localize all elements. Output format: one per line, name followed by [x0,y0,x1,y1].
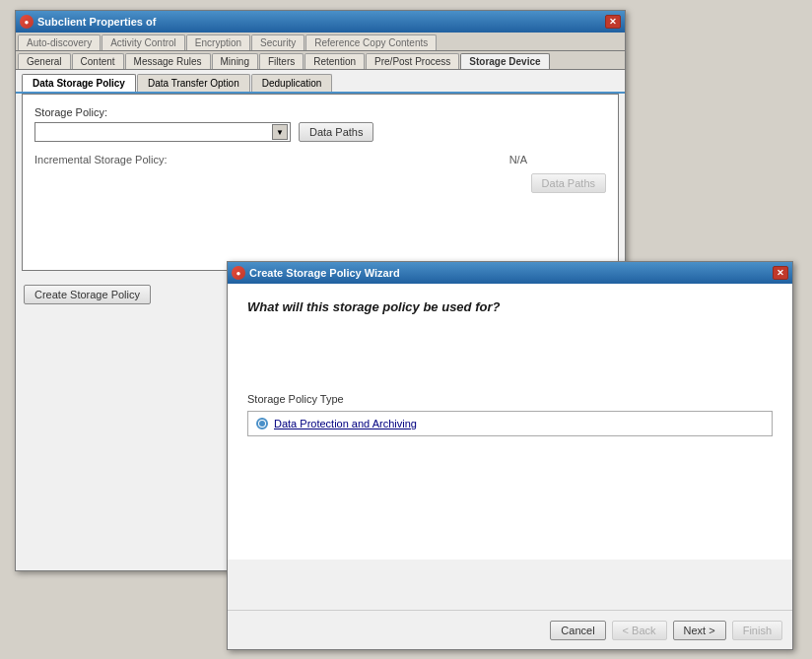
tab-activity-control[interactable]: Activity Control [102,34,185,50]
incremental-storage-policy-row: Incremental Storage Policy: N/A [34,154,606,165]
tab-pre-post-process[interactable]: Pre/Post Process [366,53,459,69]
tab-reference-copy[interactable]: Reference Copy Contents [305,34,437,50]
wizard-footer: Cancel < Back Next > Finish [228,610,792,649]
wizard-app-icon: ● [232,266,245,280]
data-storage-policy-tab-content: Storage Policy: ▼ Data Paths Incremental… [22,94,619,271]
main-close-button[interactable]: ✕ [605,15,621,29]
dropdown-arrow-icon[interactable]: ▼ [272,124,288,140]
tab-filters[interactable]: Filters [259,53,304,69]
top-tab-strip-1: Auto-discovery Activity Control Encrypti… [16,33,625,51]
incremental-na-value: N/A [509,154,527,165]
tab-content[interactable]: Content [72,53,124,69]
wizard-close-button[interactable]: ✕ [773,266,788,280]
title-left: ● Subclient Properties of [20,15,156,29]
wizard-title-left: ● Create Storage Policy Wizard [232,266,400,280]
storage-policy-label: Storage Policy: [34,106,606,118]
inner-tab-data-transfer[interactable]: Data Transfer Option [137,74,250,92]
tab-storage-device[interactable]: Storage Device [460,53,549,69]
wizard-finish-button[interactable]: Finish [732,621,782,640]
tab-general[interactable]: General [18,53,71,69]
wizard-back-button[interactable]: < Back [612,621,667,640]
wizard-content: What will this storage policy be used fo… [228,284,792,560]
top-tab-strip-2: General Content Message Rules Mining Fil… [16,51,625,70]
policy-type-section: Storage Policy Type Data Protection and … [247,393,773,436]
tab-mining[interactable]: Mining [212,53,258,69]
data-paths-btn-row-2: Data Paths [34,173,606,193]
tab-auto-discovery[interactable]: Auto-discovery [18,34,101,50]
tab-encryption[interactable]: Encryption [186,34,250,50]
radio-data-protection[interactable] [256,418,268,429]
data-paths-button-1[interactable]: Data Paths [299,122,373,142]
wizard-titlebar: ● Create Storage Policy Wizard ✕ [228,262,792,284]
main-window-title: Subclient Properties of [37,16,156,28]
inner-tab-strip: Data Storage Policy Data Transfer Option… [16,70,625,94]
tab-security[interactable]: Security [251,34,304,50]
incremental-storage-policy-label: Incremental Storage Policy: [34,154,168,165]
storage-policy-row: ▼ Data Paths [34,122,606,142]
wizard-next-button[interactable]: Next > [673,621,726,640]
inner-tab-deduplication[interactable]: Deduplication [251,74,333,92]
policy-type-label: Storage Policy Type [247,393,773,405]
data-paths-button-2[interactable]: Data Paths [531,173,606,193]
wizard-window-title: Create Storage Policy Wizard [249,267,400,279]
wizard-question: What will this storage policy be used fo… [247,299,773,314]
wizard-cancel-button[interactable]: Cancel [550,621,605,640]
radio-row-data-protection: Data Protection and Archiving [256,418,764,429]
app-icon: ● [20,15,34,29]
inner-tab-data-storage-policy[interactable]: Data Storage Policy [22,74,136,92]
storage-policy-dropdown[interactable]: ▼ [34,122,291,142]
create-storage-policy-button[interactable]: Create Storage Policy [24,285,151,304]
wizard-window: ● Create Storage Policy Wizard ✕ What wi… [227,261,793,650]
policy-type-box: Data Protection and Archiving [247,411,773,436]
tab-message-rules[interactable]: Message Rules [125,53,211,69]
main-titlebar: ● Subclient Properties of ✕ [16,11,625,33]
radio-data-protection-label: Data Protection and Archiving [274,418,417,429]
tab-retention[interactable]: Retention [304,53,365,69]
